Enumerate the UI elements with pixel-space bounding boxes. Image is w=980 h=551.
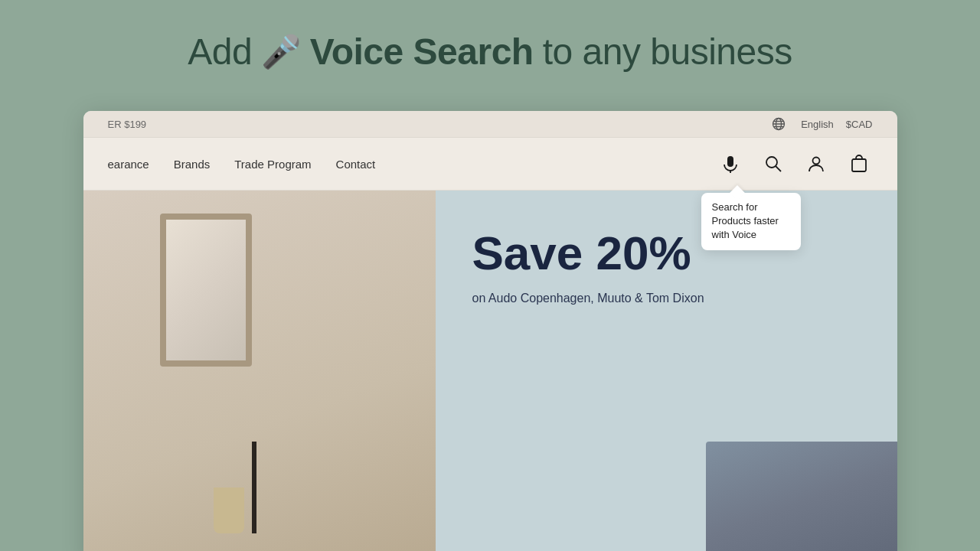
promo-text: ER $199 bbox=[108, 119, 147, 130]
store-ui-container: ER $199 English $CAD earance Brands Trad… bbox=[83, 111, 897, 551]
search-button[interactable] bbox=[760, 150, 787, 178]
account-button[interactable] bbox=[802, 150, 830, 178]
room-candle bbox=[252, 442, 256, 533]
room-vase bbox=[214, 487, 244, 533]
voice-search-container: Search for Products faster with Voice bbox=[717, 150, 744, 178]
microphone-icon: 🎤 bbox=[261, 33, 301, 70]
nav-clearance[interactable]: earance bbox=[108, 158, 149, 171]
cart-button[interactable] bbox=[845, 150, 873, 178]
microphone-nav-icon bbox=[720, 153, 741, 174]
voice-tooltip: Search for Products faster with Voice bbox=[701, 193, 801, 250]
hero-to-any-text: to any business bbox=[543, 31, 792, 73]
currency-selector[interactable]: $CAD bbox=[846, 119, 873, 130]
language-selector[interactable]: English bbox=[801, 119, 834, 130]
svg-rect-10 bbox=[852, 159, 866, 171]
nav-icons: Search for Products faster with Voice bbox=[717, 150, 873, 178]
cart-icon bbox=[848, 153, 870, 174]
hero-add-text: Add bbox=[188, 31, 252, 73]
promo-subtitle: on Audo Copenhagen, Muuto & Tom Dixon bbox=[472, 292, 861, 305]
utility-bar: ER $199 English $CAD bbox=[83, 111, 897, 138]
nav-trade-program[interactable]: Trade Program bbox=[234, 158, 311, 171]
svg-line-8 bbox=[776, 166, 781, 171]
nav-brands[interactable]: Brands bbox=[174, 158, 211, 171]
utility-left: ER $199 bbox=[108, 119, 147, 130]
svg-rect-5 bbox=[727, 156, 733, 167]
account-icon bbox=[805, 153, 827, 174]
nav-links: earance Brands Trade Program Contact bbox=[108, 158, 376, 171]
left-room-panel bbox=[83, 191, 436, 551]
room-image bbox=[83, 191, 436, 551]
room-mirror bbox=[160, 214, 252, 367]
search-icon bbox=[763, 153, 784, 174]
hero-voice-search-text: Voice Search bbox=[310, 31, 534, 73]
svg-point-7 bbox=[766, 157, 777, 168]
nav-contact[interactable]: Contact bbox=[336, 158, 376, 171]
product-thumbnail bbox=[706, 442, 897, 551]
product-thumb-inner bbox=[706, 442, 897, 551]
hero-title: Add 🎤 Voice Search to any business bbox=[188, 31, 792, 73]
voice-search-button[interactable] bbox=[717, 150, 744, 178]
globe-icon bbox=[772, 117, 786, 131]
main-nav: earance Brands Trade Program Contact Sea… bbox=[83, 138, 897, 191]
voice-tooltip-text: Search for Products faster with Voice bbox=[712, 201, 779, 240]
svg-point-9 bbox=[812, 158, 819, 165]
hero-banner: Add 🎤 Voice Search to any business bbox=[0, 0, 980, 111]
utility-right: English $CAD bbox=[772, 117, 872, 131]
promo-panel: Save 20% on Audo Copenhagen, Muuto & Tom… bbox=[436, 191, 897, 551]
room-wall bbox=[83, 191, 436, 551]
promo-title: Save 20% bbox=[472, 227, 861, 279]
